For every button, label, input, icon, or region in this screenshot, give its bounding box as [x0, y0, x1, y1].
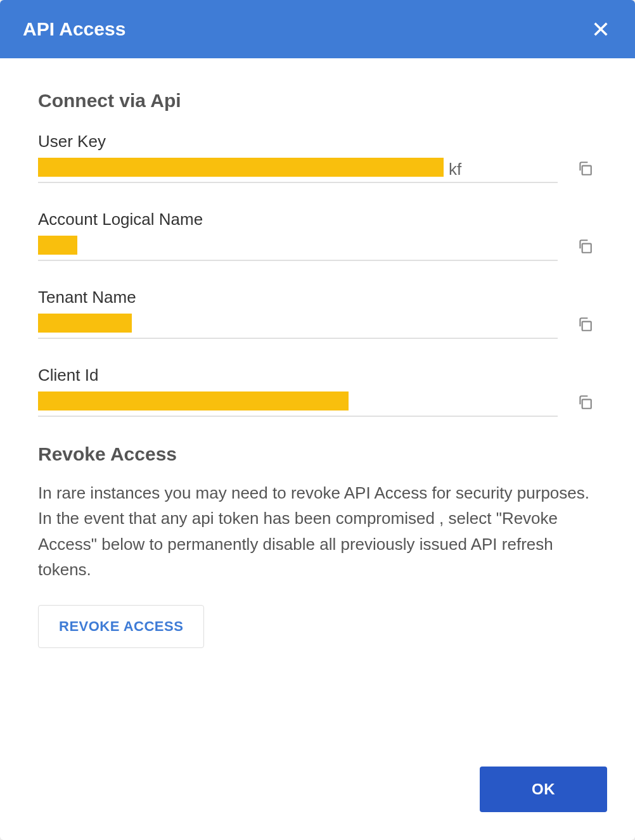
- client-id-label: Client Id: [38, 366, 597, 385]
- user-key-redaction: [38, 158, 444, 177]
- modal-title: API Access: [23, 18, 125, 40]
- close-button[interactable]: [589, 18, 612, 41]
- revoke-access-button[interactable]: REVOKE ACCESS: [38, 605, 204, 648]
- copy-icon: [577, 316, 593, 333]
- modal-header: API Access: [0, 0, 635, 58]
- api-access-modal: API Access Connect via Api User Key kf: [0, 0, 635, 840]
- user-key-value-suffix: kf: [449, 160, 461, 179]
- connect-section-title: Connect via Api: [38, 90, 597, 111]
- account-logical-name-label: Account Logical Name: [38, 210, 597, 229]
- tenant-name-row: [38, 312, 597, 339]
- svg-rect-4: [582, 322, 591, 331]
- svg-rect-2: [582, 166, 591, 175]
- svg-rect-5: [582, 400, 591, 409]
- copy-icon: [577, 394, 593, 410]
- user-key-label: User Key: [38, 132, 597, 151]
- close-icon: [592, 20, 610, 38]
- account-logical-name-redaction: [38, 236, 77, 255]
- account-logical-name-input[interactable]: [38, 234, 558, 261]
- ok-button[interactable]: OK: [480, 767, 607, 812]
- account-logical-name-field-group: Account Logical Name: [38, 210, 597, 261]
- copy-user-key-button[interactable]: [573, 156, 597, 181]
- client-id-field-group: Client Id: [38, 366, 597, 417]
- tenant-name-input[interactable]: [38, 312, 558, 339]
- svg-rect-3: [582, 244, 591, 253]
- account-logical-name-row: [38, 234, 597, 261]
- copy-icon: [577, 160, 593, 177]
- client-id-input[interactable]: [38, 390, 558, 417]
- user-key-field-group: User Key kf: [38, 132, 597, 183]
- client-id-row: [38, 390, 597, 417]
- user-key-row: kf: [38, 156, 597, 183]
- copy-icon: [577, 238, 593, 255]
- copy-account-logical-name-button[interactable]: [573, 234, 597, 258]
- modal-footer: OK: [0, 751, 635, 840]
- tenant-name-redaction: [38, 314, 132, 333]
- revoke-description: In rare instances you may need to revoke…: [38, 480, 597, 582]
- client-id-redaction: [38, 391, 349, 410]
- copy-tenant-name-button[interactable]: [573, 312, 597, 336]
- tenant-name-field-group: Tenant Name: [38, 288, 597, 339]
- revoke-section-title: Revoke Access: [38, 443, 597, 465]
- copy-client-id-button[interactable]: [573, 390, 597, 414]
- modal-body: Connect via Api User Key kf Accoun: [0, 58, 635, 751]
- tenant-name-label: Tenant Name: [38, 288, 597, 307]
- user-key-input[interactable]: kf: [38, 156, 558, 183]
